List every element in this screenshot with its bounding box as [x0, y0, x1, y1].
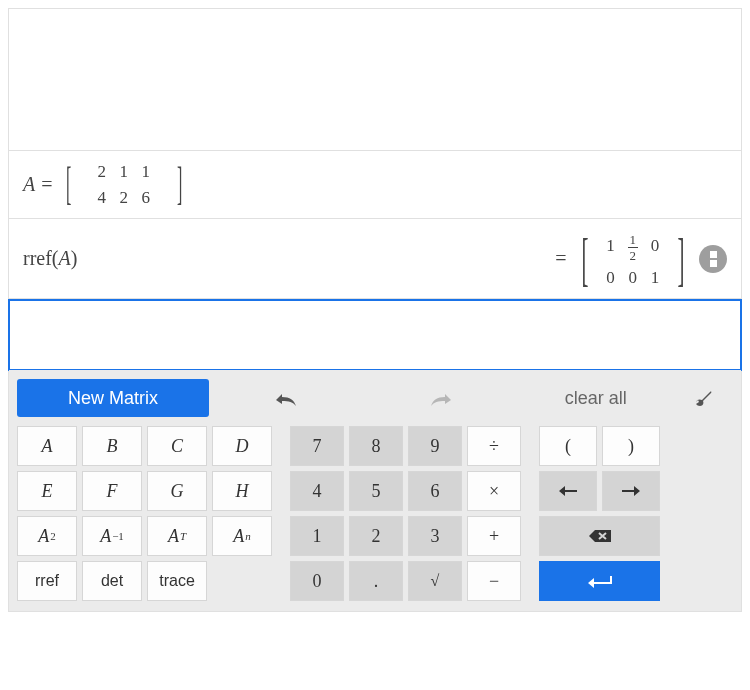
key-plus[interactable]: +: [467, 516, 521, 556]
equals-sign: =: [555, 247, 566, 270]
key-4[interactable]: 4: [290, 471, 344, 511]
key-C[interactable]: C: [147, 426, 207, 466]
key-5[interactable]: 5: [349, 471, 403, 511]
key-power[interactable]: An: [212, 516, 272, 556]
result-matrix: [ 1 12 0 0 0 1 ]: [575, 224, 691, 293]
key-dot[interactable]: .: [349, 561, 403, 601]
key-rref[interactable]: rref: [17, 561, 77, 601]
numpad-grid: 7 8 9 ÷ 4 5 6 × 1 2 3 + 0 . √ −: [290, 426, 521, 601]
key-det[interactable]: det: [82, 561, 142, 601]
equals-sign: =: [41, 173, 52, 196]
key-multiply[interactable]: ×: [467, 471, 521, 511]
keypad: New Matrix clear all: [9, 370, 741, 611]
key-F[interactable]: F: [82, 471, 142, 511]
key-minus[interactable]: −: [467, 561, 521, 601]
key-empty: [212, 561, 272, 601]
matrix-definition: A = [ 2 1 1 4 2 6: [23, 153, 187, 217]
fraction-toggle-button[interactable]: [699, 245, 727, 273]
key-6[interactable]: 6: [408, 471, 462, 511]
key-H[interactable]: H: [212, 471, 272, 511]
matrix-name: A: [23, 173, 35, 196]
key-divide[interactable]: ÷: [467, 426, 521, 466]
key-transpose[interactable]: AT: [147, 516, 207, 556]
key-inverse[interactable]: A−1: [82, 516, 142, 556]
key-A[interactable]: A: [17, 426, 77, 466]
key-0[interactable]: 0: [290, 561, 344, 601]
expression: rref ( A ): [23, 247, 77, 270]
key-sqrt[interactable]: √: [408, 561, 462, 601]
key-7[interactable]: 7: [290, 426, 344, 466]
key-trace[interactable]: trace: [147, 561, 207, 601]
right-bracket: ]: [678, 235, 685, 283]
key-E[interactable]: E: [17, 471, 77, 511]
active-input-row[interactable]: [8, 299, 742, 371]
key-close-paren[interactable]: ): [602, 426, 660, 466]
key-9[interactable]: 9: [408, 426, 462, 466]
key-B[interactable]: B: [82, 426, 142, 466]
matrix-key-grid: A B C D E F G H A2 A−1 AT An rref det tr…: [17, 426, 272, 601]
history-row-answer[interactable]: rref ( A ) = [ 1 12 0 0: [9, 219, 741, 299]
undo-button[interactable]: [272, 388, 300, 408]
func-arg: A: [59, 247, 71, 270]
key-G[interactable]: G: [147, 471, 207, 511]
history-row-blank: [9, 9, 741, 151]
key-D[interactable]: D: [212, 426, 272, 466]
history-row-definition[interactable]: A = [ 2 1 1 4 2 6: [9, 151, 741, 219]
matrix-A: [ 2 1 1 4 2 6 ]: [61, 153, 188, 217]
key-square[interactable]: A2: [17, 516, 77, 556]
clear-all-button[interactable]: clear all: [565, 388, 627, 409]
key-3[interactable]: 3: [408, 516, 462, 556]
settings-button[interactable]: [693, 388, 713, 408]
key-backspace[interactable]: [539, 516, 660, 556]
left-bracket: [: [581, 235, 588, 283]
key-enter[interactable]: [539, 561, 660, 601]
key-left[interactable]: [539, 471, 597, 511]
key-2[interactable]: 2: [349, 516, 403, 556]
right-bracket: ]: [177, 166, 182, 203]
answer-block: = [ 1 12 0 0 0 1: [549, 224, 727, 293]
nav-grid: ( ): [539, 426, 660, 601]
calculator-app: A = [ 2 1 1 4 2 6: [8, 8, 742, 612]
key-8[interactable]: 8: [349, 426, 403, 466]
keypad-toolbar: New Matrix clear all: [17, 376, 733, 420]
key-1[interactable]: 1: [290, 516, 344, 556]
new-matrix-button[interactable]: New Matrix: [17, 379, 209, 417]
key-open-paren[interactable]: (: [539, 426, 597, 466]
left-bracket: [: [65, 166, 70, 203]
func-name: rref: [23, 247, 52, 270]
key-right[interactable]: [602, 471, 660, 511]
redo-button[interactable]: [427, 388, 455, 408]
